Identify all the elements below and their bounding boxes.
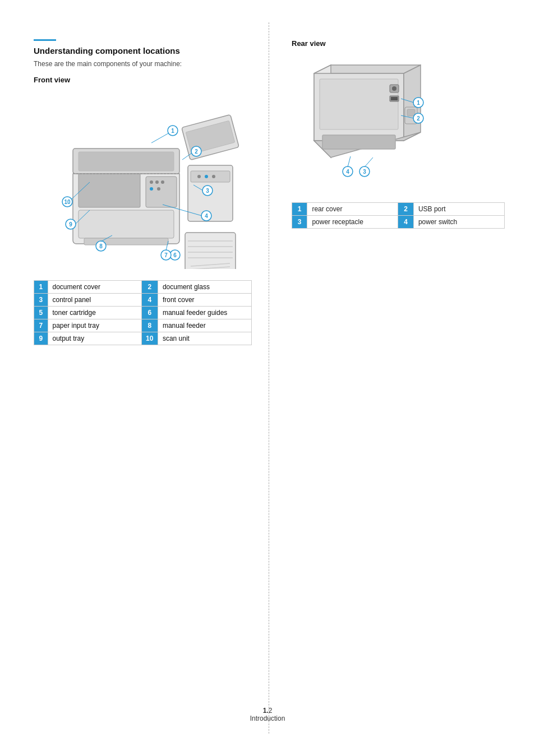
svg-rect-65 <box>407 109 415 116</box>
front-view-label: Front view <box>34 76 252 84</box>
part-label-5: toner cartridge <box>48 306 141 319</box>
part-num-8: 8 <box>141 319 158 332</box>
left-column: Understanding component locations These … <box>0 22 269 734</box>
rear-part-label-2: USB port <box>413 203 504 216</box>
svg-rect-59 <box>391 97 398 100</box>
accent-line <box>34 39 56 41</box>
svg-point-17 <box>197 175 201 178</box>
rear-view-label: Rear view <box>292 39 518 48</box>
svg-line-74 <box>365 157 373 167</box>
svg-text:7: 7 <box>164 252 168 258</box>
svg-point-5 <box>150 180 153 184</box>
part-label-9: output tray <box>48 332 141 345</box>
rear-printer-svg: 1 2 3 4 <box>292 57 460 185</box>
svg-point-19 <box>212 175 215 178</box>
part-num-9: 9 <box>34 332 48 345</box>
part-label-4: front cover <box>158 293 251 306</box>
right-column: Rear view <box>269 22 535 734</box>
rear-part-num-2: 2 <box>398 203 413 216</box>
svg-point-7 <box>161 180 164 184</box>
section-subtitle: These are the main components of your ma… <box>34 60 252 68</box>
svg-text:4: 4 <box>205 213 208 219</box>
part-label-10: scan unit <box>158 332 251 345</box>
part-num-4: 4 <box>141 293 158 306</box>
svg-text:9: 9 <box>69 221 72 228</box>
part-label-1: document cover <box>48 280 141 293</box>
part-label-2: document glass <box>158 280 251 293</box>
svg-rect-57 <box>320 79 398 129</box>
svg-text:4: 4 <box>346 169 349 175</box>
rear-part-label-1: rear cover <box>307 203 398 216</box>
part-num-3: 3 <box>34 293 48 306</box>
svg-point-8 <box>150 187 153 191</box>
rear-part-label-3: power receptacle <box>307 216 398 229</box>
page-number: 1.2 <box>0 707 535 715</box>
svg-rect-10 <box>79 174 140 207</box>
svg-rect-2 <box>79 152 174 171</box>
rear-view-diagram: 1 2 3 4 <box>292 57 471 191</box>
part-label-6: manual feeder guides <box>158 306 251 319</box>
part-num-5: 5 <box>34 306 48 319</box>
svg-text:10: 10 <box>64 199 71 205</box>
svg-text:8: 8 <box>99 243 103 249</box>
page-footer: 1.2 Introduction <box>0 707 535 722</box>
rear-part-num-4: 4 <box>398 216 413 229</box>
svg-point-6 <box>155 180 159 184</box>
svg-point-18 <box>205 175 208 178</box>
svg-point-9 <box>157 187 160 191</box>
svg-line-77 <box>348 156 350 167</box>
section-title: Understanding component locations <box>34 45 252 57</box>
front-view-diagram: 1 2 3 4 6 7 <box>34 90 247 269</box>
part-num-2: 2 <box>141 280 158 293</box>
svg-point-61 <box>392 86 396 91</box>
part-label-7: paper input tray <box>48 319 141 332</box>
svg-line-29 <box>151 133 168 143</box>
svg-text:2: 2 <box>195 149 198 155</box>
svg-rect-16 <box>191 171 230 182</box>
part-num-10: 10 <box>141 332 158 345</box>
rear-parts-table: 1rear cover2USB port3power receptacle4po… <box>292 202 505 229</box>
svg-text:6: 6 <box>173 252 177 258</box>
svg-text:3: 3 <box>363 169 366 175</box>
part-num-7: 7 <box>34 319 48 332</box>
svg-rect-3 <box>79 210 174 238</box>
svg-text:3: 3 <box>206 188 209 194</box>
svg-text:2: 2 <box>417 115 420 122</box>
rear-part-num-1: 1 <box>292 203 307 216</box>
part-num-1: 1 <box>34 280 48 293</box>
rear-part-num-3: 3 <box>292 216 307 229</box>
part-num-6: 6 <box>141 306 158 319</box>
page-section: Introduction <box>0 715 535 722</box>
front-printer-svg: 1 2 3 4 6 7 <box>34 90 247 269</box>
svg-text:1: 1 <box>417 100 420 106</box>
svg-text:1: 1 <box>171 128 174 134</box>
svg-rect-63 <box>322 135 395 149</box>
front-parts-table: 1document cover2document glass3control p… <box>34 280 252 345</box>
part-label-3: control panel <box>48 293 141 306</box>
rear-part-label-4: power switch <box>413 216 504 229</box>
part-label-8: manual feeder <box>158 319 251 332</box>
